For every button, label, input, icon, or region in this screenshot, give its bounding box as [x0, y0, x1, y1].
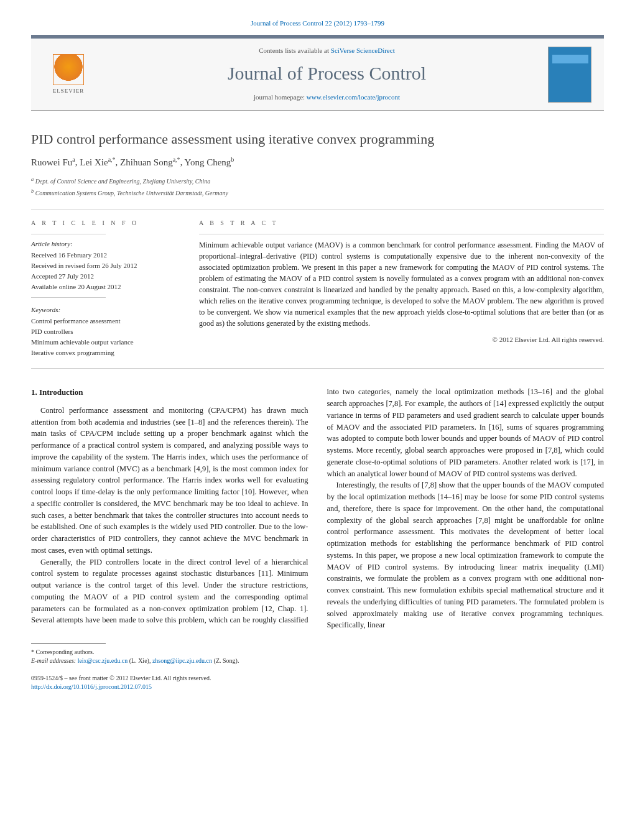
homepage-prefix: journal homepage:: [254, 93, 307, 101]
author-affil-sup: a,*: [108, 156, 116, 163]
article-title: PID control performance assessment using…: [31, 129, 604, 149]
journal-homepage-link[interactable]: www.elsevier.com/locate/jprocont: [307, 93, 400, 101]
abstract-label: A B S T R A C T: [199, 219, 604, 228]
divider: [199, 234, 604, 234]
article-info-sidebar: A R T I C L E I N F O Article history: R…: [31, 219, 180, 359]
abstract-text: Minimum achievable output variance (MAOV…: [199, 239, 604, 329]
affiliations: a Dept. of Control Science and Engineeri…: [31, 176, 604, 198]
elsevier-tree-icon: [53, 54, 84, 85]
author-affil-sup: b: [231, 156, 234, 163]
author-name: Ruowei Fu: [31, 157, 72, 167]
history-item: Received in revised form 26 July 2012: [31, 261, 180, 271]
author-affil-sup: a: [72, 156, 75, 163]
section-heading: 1. Introduction: [31, 386, 308, 399]
contents-prefix: Contents lists available at: [259, 47, 330, 54]
keywords-label: Keywords:: [31, 305, 180, 315]
affiliation-a: Dept. of Control Science and Engineering…: [35, 178, 211, 185]
email-who: (L. Xie): [129, 657, 149, 664]
footnote-separator: [31, 644, 106, 644]
divider: [31, 234, 106, 234]
author-list: Ruowei Fua, Lei Xiea,*, Zhihuan Songa,*,…: [31, 155, 604, 170]
abstract-column: A B S T R A C T Minimum achievable outpu…: [199, 219, 604, 359]
body-paragraph: Interestingly, the results of [7,8] show…: [327, 479, 605, 631]
abstract-copyright: © 2012 Elsevier Ltd. All rights reserved…: [199, 335, 604, 345]
journal-title: Journal of Process Control: [106, 60, 548, 87]
keyword-item: Minimum achievable output variance: [31, 338, 180, 348]
corresponding-label: * Corresponding authors.: [31, 648, 604, 657]
journal-header-bar: ELSEVIER Contents lists available at Sci…: [31, 35, 604, 111]
publisher-logo: ELSEVIER: [44, 50, 93, 99]
footer-meta: 0959-1524/$ – see front matter © 2012 El…: [31, 674, 604, 691]
author-email-link[interactable]: zhsong@iipc.zju.edu.cn: [152, 657, 212, 664]
publisher-name: ELSEVIER: [53, 87, 85, 95]
author-email-link[interactable]: leix@csc.zju.edu.cn: [78, 657, 128, 664]
history-item: Accepted 27 July 2012: [31, 272, 180, 282]
article-body: 1. Introduction Control performance asse…: [31, 386, 604, 631]
issn-line: 0959-1524/$ – see front matter © 2012 El…: [31, 674, 604, 683]
history-label: Article history:: [31, 239, 180, 249]
keyword-item: Control performance assessment: [31, 316, 180, 326]
email-who: (Z. Song): [214, 657, 238, 664]
affiliation-b: Communication Systems Group, Technische …: [35, 190, 228, 196]
keyword-item: Iterative convex programming: [31, 348, 180, 358]
corresponding-footnote: * Corresponding authors. E-mail addresse…: [31, 648, 604, 665]
article-info-label: A R T I C L E I N F O: [31, 219, 180, 228]
history-item: Received 16 February 2012: [31, 251, 180, 261]
history-item: Available online 20 August 2012: [31, 282, 180, 292]
journal-cover-thumbnail: [548, 47, 591, 103]
author-affil-sup: a,*: [173, 156, 180, 163]
keyword-item: PID controllers: [31, 327, 180, 337]
body-paragraph: Control performance assessment and monit…: [31, 405, 308, 556]
author-name: Yong Cheng: [185, 157, 231, 167]
citation-line: Journal of Process Control 22 (2012) 179…: [31, 19, 604, 29]
author-name: Lei Xie: [80, 157, 108, 167]
author-name: Zhihuan Song: [120, 157, 173, 167]
email-label: E-mail addresses:: [31, 657, 78, 664]
contents-available-line: Contents lists available at SciVerse Sci…: [106, 46, 548, 56]
journal-homepage-line: journal homepage: www.elsevier.com/locat…: [106, 93, 548, 103]
sciencedirect-link[interactable]: SciVerse ScienceDirect: [331, 47, 395, 54]
doi-link[interactable]: http://dx.doi.org/10.1016/j.jprocont.201…: [31, 683, 152, 690]
divider: [31, 297, 106, 298]
